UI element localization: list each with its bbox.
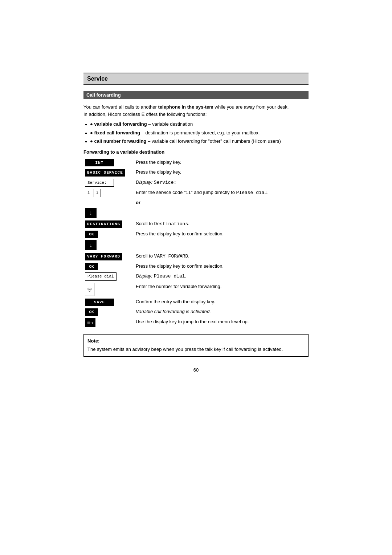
- steps-table: INT Press the display key. BASIC SERVICE…: [83, 158, 309, 328]
- save-key: SAVE: [85, 299, 114, 306]
- table-row: or: [83, 198, 309, 207]
- table-row: Service: Display: Service:: [83, 178, 309, 188]
- key-cell: Service:: [83, 178, 134, 188]
- page: Service Call forwarding You can forward …: [83, 73, 309, 373]
- destinations-key: DESTINATIONS: [85, 220, 122, 228]
- service-display-key: Service:: [85, 179, 114, 187]
- description-cell: Use the display key to jump to the next …: [134, 317, 309, 328]
- arrow-down-icon: ↓: [85, 208, 97, 218]
- table-row: SAVE Confirm the entry with the display …: [83, 297, 309, 307]
- key-cell: BASIC SERVICE: [83, 167, 134, 178]
- note-text: The system emits an advisory beep when y…: [87, 346, 305, 353]
- table-row: OK Variable call forwarding is activated…: [83, 307, 309, 317]
- key-cell: VARY FORWARD: [83, 251, 134, 262]
- description-cell: Press the display key to confirm selecti…: [134, 262, 309, 272]
- table-row: BASIC SERVICE Press the display key.: [83, 167, 309, 178]
- keypad-icon: ☏: [85, 283, 94, 296]
- menu-jump-icon: ≡→: [85, 318, 95, 327]
- key-cell: OK: [83, 262, 134, 272]
- key-cell: ↓: [83, 239, 134, 251]
- key-cell: [83, 198, 134, 207]
- section-title: Service: [87, 76, 108, 82]
- key-cell: ☏: [83, 282, 134, 297]
- bullet-icon: ●: [90, 121, 94, 128]
- description-cell: Press the display key.: [134, 167, 309, 178]
- key-cell: INT: [83, 158, 134, 168]
- description-cell: Display: Service:: [134, 178, 309, 188]
- description-cell: or: [134, 198, 309, 207]
- table-row: VARY FORWARD Scroll to VARY FORWARD.: [83, 251, 309, 262]
- list-item: ● call number forwarding – variable call…: [85, 138, 309, 145]
- table-row: OK Press the display key to confirm sele…: [83, 229, 309, 239]
- description-cell: Scroll to VARY FORWARD.: [134, 251, 309, 262]
- subsection-header: Call forwarding: [83, 91, 309, 99]
- key-cell: 1 1: [83, 188, 134, 198]
- feature-list: ● variable call forwarding – variable de…: [83, 121, 309, 145]
- list-item: ● variable call forwarding – variable de…: [85, 121, 309, 128]
- key-cell: OK: [83, 307, 134, 317]
- key-cell: OK: [83, 229, 134, 239]
- intro-paragraph: You can forward all calls to another tel…: [83, 104, 309, 118]
- list-item: ● fixed call forwarding – destination is…: [85, 129, 309, 137]
- description-cell: Enter the number for variable forwarding…: [134, 282, 309, 297]
- ok-key-1: OK: [85, 231, 98, 238]
- bullet-icon: ●: [90, 129, 94, 137]
- section-header: Service: [83, 73, 309, 85]
- table-row: ≡→ Use the display key to jump to the ne…: [83, 317, 309, 328]
- key-cell: ↓: [83, 207, 134, 219]
- ok-key-3: OK: [85, 308, 98, 316]
- subsection-title: Call forwarding: [86, 92, 121, 98]
- num2-key: 1: [94, 189, 101, 197]
- table-row: ☏ Enter the number for variable forwardi…: [83, 282, 309, 297]
- description-cell: Press the display key to confirm selecti…: [134, 229, 309, 239]
- note-title: Note:: [87, 338, 305, 344]
- key-cell: Please dial: [83, 271, 134, 282]
- table-row: ↓: [83, 207, 309, 219]
- int-key: INT: [85, 159, 114, 167]
- table-row: OK Press the display key to confirm sele…: [83, 262, 309, 272]
- description-cell: Scroll to Destinations.: [134, 219, 309, 229]
- forwarding-section-title: Forwarding to a variable destination: [83, 149, 309, 155]
- table-row: ↓: [83, 239, 309, 251]
- description-cell: Press the display key.: [134, 158, 309, 168]
- description-cell: Confirm the entry with the display key.: [134, 297, 309, 307]
- bullet-icon: ●: [90, 138, 94, 145]
- key-cell: ≡→: [83, 317, 134, 328]
- table-row: 1 1 Enter the service code "11" and jump…: [83, 188, 309, 198]
- table-row: Please dial Display: Please dial.: [83, 271, 309, 282]
- vary-forward-key: VARY FORWARD: [85, 253, 122, 260]
- table-row: DESTINATIONS Scroll to Destinations.: [83, 219, 309, 229]
- page-number: 60: [83, 364, 309, 373]
- description-cell: [134, 239, 309, 251]
- description-cell: Variable call forwarding is activated.: [134, 307, 309, 317]
- key-cell: SAVE: [83, 297, 134, 307]
- note-box: Note: The system emits an advisory beep …: [83, 334, 309, 357]
- arrow-down-icon-2: ↓: [85, 240, 97, 250]
- description-cell: [134, 207, 309, 219]
- description-cell: Display: Please dial.: [134, 271, 309, 282]
- basic-service-key: BASIC SERVICE: [85, 169, 125, 177]
- num1-key: 1: [85, 189, 92, 197]
- ok-key-2: OK: [85, 263, 98, 271]
- table-row: INT Press the display key.: [83, 158, 309, 168]
- please-dial-display: Please dial: [85, 272, 117, 281]
- key-cell: DESTINATIONS: [83, 219, 134, 229]
- description-cell: Enter the service code "11" and jump dir…: [134, 188, 309, 198]
